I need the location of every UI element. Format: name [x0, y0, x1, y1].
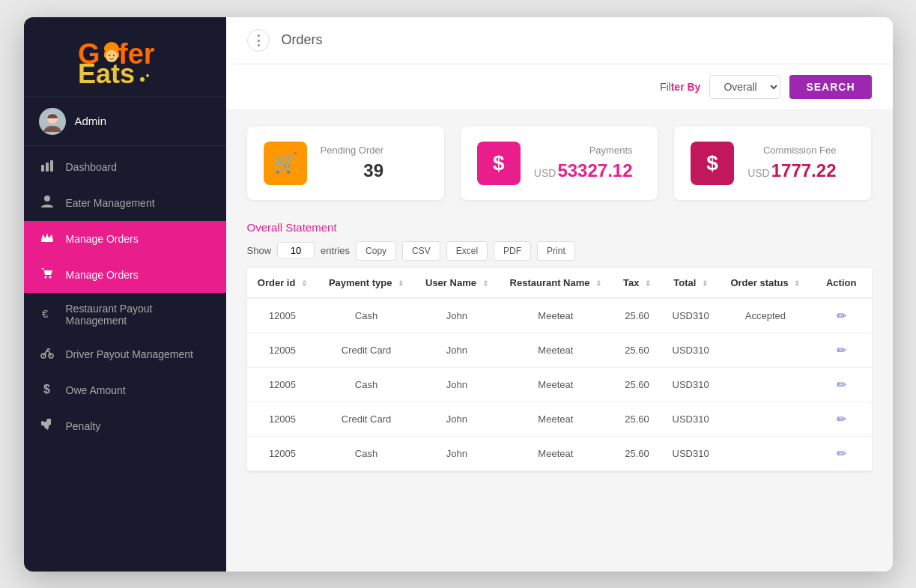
payments-currency: USD: [534, 167, 556, 179]
cell-restaurant-name: Meeteat: [499, 436, 613, 470]
csv-btn[interactable]: CSV: [402, 241, 440, 261]
cell-order-status: [720, 367, 811, 401]
sidebar-nav: Dashboard Eater Management: [24, 146, 226, 572]
main-header: ⋮ Orders: [226, 17, 893, 64]
commission-icon: $: [691, 142, 734, 185]
filter-label: Filter By: [660, 81, 700, 93]
show-label: Show: [247, 245, 272, 256]
main-content: ⋮ Orders Filter By Overall SEARCH 🛒 Pend…: [226, 17, 893, 572]
section-title-text: Overall Statement: [247, 221, 337, 234]
print-btn[interactable]: Print: [537, 241, 575, 261]
cell-restaurant-name: Meeteat: [499, 367, 613, 401]
sidebar-label-restaurant-payout: Restaurant Payout Management: [66, 303, 211, 327]
col-total[interactable]: Total ⇕: [661, 268, 720, 298]
sort-arrows-status: ⇕: [794, 279, 800, 288]
cell-action: ✏: [811, 333, 872, 367]
svg-point-9: [146, 74, 149, 77]
col-tax[interactable]: Tax ⇕: [613, 268, 662, 298]
table-row: 12005 Cash John Meeteat 25.60 USD310 Acc…: [247, 298, 872, 333]
cell-total: USD310: [661, 401, 720, 436]
cell-order-id: 12005: [247, 367, 318, 401]
cell-payment-type: Credit Card: [318, 401, 414, 436]
cell-action: ✏: [811, 298, 872, 333]
filter-dropdown[interactable]: Overall: [709, 75, 780, 99]
sidebar-item-penalty[interactable]: Penalty: [24, 408, 226, 444]
sidebar-item-eater-management[interactable]: Eater Management: [24, 185, 226, 221]
section-title: Overall Statement: [247, 212, 872, 241]
cell-user-name: John: [415, 298, 499, 333]
bike-icon: [39, 346, 55, 363]
entries-input[interactable]: [277, 242, 315, 259]
svg-point-15: [44, 196, 50, 201]
edit-button[interactable]: ✏: [832, 410, 851, 428]
svg-text:Eats: Eats: [78, 58, 135, 85]
sidebar-item-manage-orders-section[interactable]: Manage Orders: [24, 221, 226, 257]
menu-dots-button[interactable]: ⋮: [247, 29, 270, 52]
cell-user-name: John: [415, 436, 499, 470]
cell-payment-type: Cash: [318, 367, 414, 401]
col-restaurant-name[interactable]: Restaurant Name ⇕: [499, 268, 613, 298]
cell-payment-type: Cash: [318, 298, 414, 333]
sidebar-user: Admin: [24, 97, 226, 146]
payments-icon: $: [477, 142, 521, 185]
svg-text:$: $: [43, 383, 50, 395]
col-order-status[interactable]: Order status ⇕: [720, 268, 811, 298]
cell-total: USD310: [661, 333, 720, 367]
sidebar-label-eater: Eater Management: [66, 197, 155, 209]
cell-payment-type: Cash: [318, 436, 414, 470]
svg-point-8: [140, 77, 145, 82]
cell-restaurant-name: Meeteat: [499, 333, 613, 367]
svg-text:€: €: [42, 307, 49, 320]
sort-arrows-restaurant: ⇕: [595, 279, 601, 288]
edit-button[interactable]: ✏: [832, 445, 851, 462]
cell-order-status: [720, 401, 811, 436]
sort-arrows-payment: ⇕: [398, 279, 404, 288]
edit-button[interactable]: ✏: [832, 342, 851, 359]
stat-card-commission: $ Commission Fee USD1777.22: [674, 127, 871, 200]
euro-icon: €: [39, 306, 55, 323]
cell-order-id: 12005: [247, 401, 318, 436]
pdf-btn[interactable]: PDF: [494, 241, 531, 261]
cell-restaurant-name: Meeteat: [499, 298, 613, 333]
col-user-name[interactable]: User Name ⇕: [415, 268, 499, 298]
logo-area: G fer Eats: [24, 17, 226, 97]
sidebar-item-driver-payout[interactable]: Driver Payout Management: [24, 336, 226, 372]
filter-bar: Filter By Overall SEARCH: [226, 64, 893, 110]
sidebar-label-dashboard: Dashboard: [66, 161, 118, 173]
dollar-icon: $: [39, 382, 55, 398]
stat-card-pending: 🛒 Pending Order 39: [247, 127, 444, 200]
cell-tax: 25.60: [613, 298, 662, 333]
cell-action: ✏: [811, 367, 872, 401]
pending-value: 39: [321, 160, 384, 181]
cell-order-id: 12005: [247, 333, 318, 367]
entries-label: entries: [321, 245, 350, 256]
sidebar-item-owe-amount[interactable]: $ Owe Amount: [24, 372, 226, 408]
table-row: 12005 Credit Card John Meeteat 25.60 USD…: [247, 401, 872, 436]
sort-arrows-order-id: ⇕: [301, 279, 307, 288]
stat-info-pending: Pending Order 39: [321, 145, 384, 181]
stat-info-commission: Commission Fee USD1777.22: [747, 145, 836, 181]
commission-currency: USD: [747, 167, 770, 179]
cell-tax: 25.60: [613, 401, 662, 436]
excel-btn[interactable]: Excel: [446, 241, 488, 261]
col-order-id[interactable]: Order id ⇕: [247, 268, 318, 298]
svg-rect-12: [41, 165, 44, 172]
table-controls: Show entries Copy CSV Excel PDF Print: [247, 241, 872, 261]
edit-button[interactable]: ✏: [832, 376, 851, 393]
table-body: 12005 Cash John Meeteat 25.60 USD310 Acc…: [247, 298, 872, 471]
sidebar-label-owe-amount: Owe Amount: [66, 384, 126, 396]
search-button[interactable]: SEARCH: [789, 75, 871, 99]
edit-button[interactable]: ✏: [832, 307, 851, 324]
sidebar-item-dashboard[interactable]: Dashboard: [24, 149, 226, 185]
copy-btn[interactable]: Copy: [356, 241, 396, 261]
cell-order-id: 12005: [247, 436, 318, 470]
col-payment-type[interactable]: Payment type ⇕: [318, 268, 414, 298]
logo-svg: G fer Eats: [76, 32, 174, 85]
sidebar-item-restaurant-payout[interactable]: € Restaurant Payout Management: [24, 293, 226, 336]
crown-icon: [39, 231, 55, 247]
cell-action: ✏: [811, 401, 872, 436]
sidebar-item-manage-orders[interactable]: Manage Orders: [24, 257, 226, 293]
sort-arrows-tax: ⇕: [645, 279, 651, 288]
col-action: Action: [811, 268, 872, 298]
cell-order-id: 12005: [247, 298, 318, 333]
